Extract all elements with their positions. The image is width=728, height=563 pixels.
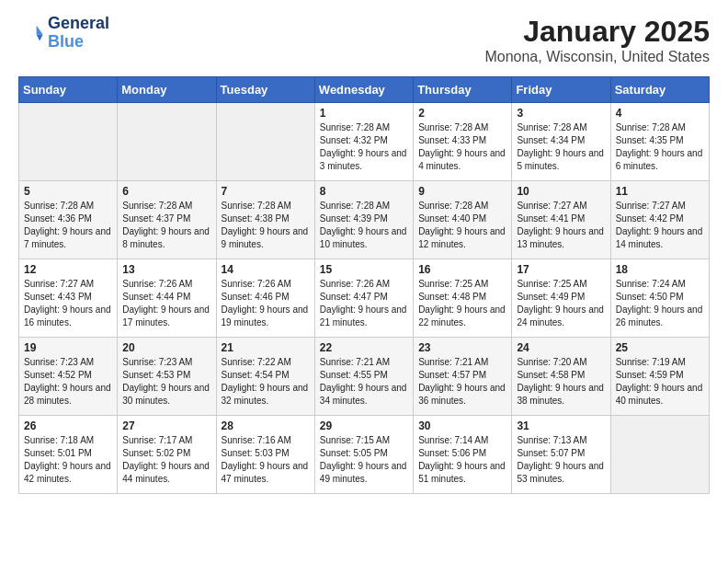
calendar-cell — [19, 103, 118, 181]
calendar-week-3: 12Sunrise: 7:27 AM Sunset: 4:43 PM Dayli… — [19, 259, 710, 338]
logo: General Blue — [18, 15, 109, 52]
day-info: Sunrise: 7:28 AM Sunset: 4:38 PM Dayligh… — [222, 200, 310, 251]
day-number: 25 — [616, 341, 704, 354]
title-block: January 2025 Monona, Wisconsin, United S… — [484, 15, 710, 65]
weekday-header-wednesday: Wednesday — [314, 77, 413, 103]
day-info: Sunrise: 7:23 AM Sunset: 4:52 PM Dayligh… — [24, 356, 112, 408]
day-number: 23 — [418, 341, 506, 354]
svg-marker-0 — [37, 25, 43, 34]
day-number: 20 — [122, 341, 210, 354]
day-number: 7 — [222, 185, 310, 198]
weekday-header-thursday: Thursday — [414, 77, 512, 103]
calendar-body: 1Sunrise: 7:28 AM Sunset: 4:32 PM Daylig… — [19, 103, 710, 494]
day-info: Sunrise: 7:17 AM Sunset: 5:02 PM Dayligh… — [122, 434, 210, 486]
day-info: Sunrise: 7:28 AM Sunset: 4:34 PM Dayligh… — [517, 121, 605, 173]
day-info: Sunrise: 7:26 AM Sunset: 4:46 PM Dayligh… — [222, 278, 310, 329]
day-info: Sunrise: 7:22 AM Sunset: 4:54 PM Dayligh… — [222, 356, 310, 408]
weekday-header-monday: Monday — [118, 77, 216, 103]
day-info: Sunrise: 7:28 AM Sunset: 4:39 PM Dayligh… — [320, 200, 408, 251]
day-info: Sunrise: 7:16 AM Sunset: 5:03 PM Dayligh… — [222, 434, 310, 486]
day-number: 27 — [122, 419, 210, 432]
day-number: 21 — [222, 341, 310, 354]
weekday-header-saturday: Saturday — [610, 77, 709, 103]
day-number: 18 — [616, 263, 704, 276]
calendar-cell: 26Sunrise: 7:18 AM Sunset: 5:01 PM Dayli… — [19, 416, 118, 494]
calendar-cell: 14Sunrise: 7:26 AM Sunset: 4:46 PM Dayli… — [216, 259, 314, 338]
day-info: Sunrise: 7:27 AM Sunset: 4:43 PM Dayligh… — [24, 278, 112, 329]
calendar-cell — [610, 416, 709, 494]
day-number: 9 — [418, 185, 506, 198]
calendar-cell: 6Sunrise: 7:28 AM Sunset: 4:37 PM Daylig… — [118, 181, 216, 259]
day-info: Sunrise: 7:28 AM Sunset: 4:37 PM Dayligh… — [122, 200, 210, 251]
day-number: 1 — [320, 107, 408, 120]
day-info: Sunrise: 7:27 AM Sunset: 4:42 PM Dayligh… — [616, 200, 704, 251]
day-info: Sunrise: 7:24 AM Sunset: 4:50 PM Dayligh… — [616, 278, 704, 329]
weekday-header-friday: Friday — [512, 77, 610, 103]
day-info: Sunrise: 7:18 AM Sunset: 5:01 PM Dayligh… — [24, 434, 112, 486]
calendar-cell: 16Sunrise: 7:25 AM Sunset: 4:48 PM Dayli… — [414, 259, 512, 338]
calendar-cell — [216, 103, 314, 181]
calendar-cell: 5Sunrise: 7:28 AM Sunset: 4:36 PM Daylig… — [19, 181, 118, 259]
calendar-cell: 28Sunrise: 7:16 AM Sunset: 5:03 PM Dayli… — [216, 416, 314, 494]
logo-line2: Blue — [48, 33, 109, 52]
calendar-cell: 3Sunrise: 7:28 AM Sunset: 4:34 PM Daylig… — [512, 103, 610, 181]
day-info: Sunrise: 7:26 AM Sunset: 4:44 PM Dayligh… — [122, 278, 210, 329]
calendar-cell: 9Sunrise: 7:28 AM Sunset: 4:40 PM Daylig… — [414, 181, 512, 259]
calendar-cell: 8Sunrise: 7:28 AM Sunset: 4:39 PM Daylig… — [314, 181, 413, 259]
calendar-cell: 13Sunrise: 7:26 AM Sunset: 4:44 PM Dayli… — [118, 259, 216, 338]
calendar-cell: 23Sunrise: 7:21 AM Sunset: 4:57 PM Dayli… — [414, 338, 512, 416]
day-number: 5 — [24, 185, 112, 198]
day-info: Sunrise: 7:19 AM Sunset: 4:59 PM Dayligh… — [616, 356, 704, 408]
calendar-cell: 20Sunrise: 7:23 AM Sunset: 4:53 PM Dayli… — [118, 338, 216, 416]
calendar-table: SundayMondayTuesdayWednesdayThursdayFrid… — [18, 76, 710, 494]
day-number: 16 — [418, 263, 506, 276]
calendar-cell: 24Sunrise: 7:20 AM Sunset: 4:58 PM Dayli… — [512, 338, 610, 416]
day-info: Sunrise: 7:21 AM Sunset: 4:55 PM Dayligh… — [320, 356, 408, 408]
calendar-week-1: 1Sunrise: 7:28 AM Sunset: 4:32 PM Daylig… — [19, 103, 710, 181]
calendar-cell: 18Sunrise: 7:24 AM Sunset: 4:50 PM Dayli… — [610, 259, 709, 338]
calendar-cell: 21Sunrise: 7:22 AM Sunset: 4:54 PM Dayli… — [216, 338, 314, 416]
day-number: 29 — [320, 419, 408, 432]
day-info: Sunrise: 7:28 AM Sunset: 4:40 PM Dayligh… — [418, 200, 506, 251]
day-number: 24 — [517, 341, 605, 354]
day-number: 12 — [24, 263, 112, 276]
day-number: 15 — [320, 263, 408, 276]
weekday-header-sunday: Sunday — [19, 77, 118, 103]
day-info: Sunrise: 7:23 AM Sunset: 4:53 PM Dayligh… — [122, 356, 210, 408]
day-info: Sunrise: 7:28 AM Sunset: 4:36 PM Dayligh… — [24, 200, 112, 251]
calendar-week-5: 26Sunrise: 7:18 AM Sunset: 5:01 PM Dayli… — [19, 416, 710, 494]
calendar-week-4: 19Sunrise: 7:23 AM Sunset: 4:52 PM Dayli… — [19, 338, 710, 416]
calendar-cell: 25Sunrise: 7:19 AM Sunset: 4:59 PM Dayli… — [610, 338, 709, 416]
calendar-cell: 15Sunrise: 7:26 AM Sunset: 4:47 PM Dayli… — [314, 259, 413, 338]
calendar-cell: 27Sunrise: 7:17 AM Sunset: 5:02 PM Dayli… — [118, 416, 216, 494]
day-info: Sunrise: 7:13 AM Sunset: 5:07 PM Dayligh… — [517, 434, 605, 486]
logo-line1: General — [48, 15, 109, 33]
calendar-cell: 12Sunrise: 7:27 AM Sunset: 4:43 PM Dayli… — [19, 259, 118, 338]
day-number: 8 — [320, 185, 408, 198]
day-info: Sunrise: 7:14 AM Sunset: 5:06 PM Dayligh… — [418, 434, 506, 486]
day-info: Sunrise: 7:15 AM Sunset: 5:05 PM Dayligh… — [320, 434, 408, 486]
day-number: 22 — [320, 341, 408, 354]
calendar-cell: 1Sunrise: 7:28 AM Sunset: 4:32 PM Daylig… — [314, 103, 413, 181]
day-info: Sunrise: 7:28 AM Sunset: 4:33 PM Dayligh… — [418, 121, 506, 173]
calendar-cell: 29Sunrise: 7:15 AM Sunset: 5:05 PM Dayli… — [314, 416, 413, 494]
day-number: 30 — [418, 419, 506, 432]
day-info: Sunrise: 7:28 AM Sunset: 4:35 PM Dayligh… — [616, 121, 704, 173]
calendar-cell: 11Sunrise: 7:27 AM Sunset: 4:42 PM Dayli… — [610, 181, 709, 259]
calendar-cell — [118, 103, 216, 181]
calendar-cell: 31Sunrise: 7:13 AM Sunset: 5:07 PM Dayli… — [512, 416, 610, 494]
day-number: 14 — [222, 263, 310, 276]
calendar-cell: 7Sunrise: 7:28 AM Sunset: 4:38 PM Daylig… — [216, 181, 314, 259]
logo-icon — [18, 20, 44, 46]
calendar-cell: 19Sunrise: 7:23 AM Sunset: 4:52 PM Dayli… — [19, 338, 118, 416]
day-number: 6 — [122, 185, 210, 198]
day-info: Sunrise: 7:28 AM Sunset: 4:32 PM Dayligh… — [320, 121, 408, 173]
day-number: 31 — [517, 419, 605, 432]
day-number: 3 — [517, 107, 605, 120]
month-title: January 2025 — [484, 15, 710, 49]
calendar-cell: 10Sunrise: 7:27 AM Sunset: 4:41 PM Dayli… — [512, 181, 610, 259]
calendar-cell: 22Sunrise: 7:21 AM Sunset: 4:55 PM Dayli… — [314, 338, 413, 416]
svg-marker-1 — [37, 34, 43, 40]
day-info: Sunrise: 7:20 AM Sunset: 4:58 PM Dayligh… — [517, 356, 605, 408]
calendar-header-row: SundayMondayTuesdayWednesdayThursdayFrid… — [19, 77, 710, 103]
